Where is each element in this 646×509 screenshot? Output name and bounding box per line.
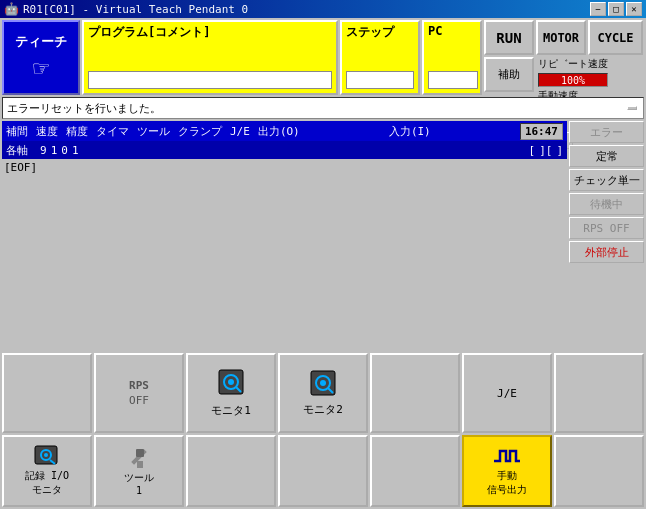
td-1b: 1 — [72, 144, 79, 157]
lv-badge-main — [627, 106, 637, 110]
rps-off-button[interactable]: RPS OFF — [94, 353, 184, 433]
sidebar-external-stop[interactable]: 外部停止 — [569, 241, 644, 263]
bottom2-empty1 — [186, 435, 276, 507]
sidebar-standby[interactable]: 待機中 — [569, 193, 644, 215]
title-bar-icon: 🤖 — [4, 2, 19, 16]
program-inner-box — [88, 71, 332, 89]
th-je: J/E — [230, 125, 250, 138]
title-bar: 🤖 R01[C01] - Virtual Teach Pendant 0 − □… — [0, 0, 646, 18]
run-button[interactable]: RUN — [484, 20, 534, 55]
pc-inner-box — [428, 71, 478, 89]
sidebar-error[interactable]: エラー — [569, 121, 644, 143]
title-bar-text: R01[C01] - Virtual Teach Pendant 0 — [23, 3, 248, 16]
monitor2-icon — [309, 369, 337, 400]
svg-point-8 — [320, 380, 326, 386]
bottom2-empty2 — [278, 435, 368, 507]
manual-signal-label: 手動信号出力 — [487, 469, 527, 497]
cycle-label: CYCLE — [597, 31, 633, 45]
close-button[interactable]: ✕ — [626, 2, 642, 16]
eof-text: [EOF] — [4, 161, 37, 174]
minimize-button[interactable]: − — [590, 2, 606, 16]
step-button[interactable]: ステップ — [340, 20, 420, 95]
th-output: 出力(O) — [258, 124, 300, 139]
th-tool: ツール — [137, 124, 170, 139]
td-bracket-mid: ][ — [539, 144, 552, 157]
cycle-button[interactable]: CYCLE — [588, 20, 643, 55]
bottom-toolbar-row2: 記録 I/Oモニタ ツール1 — [2, 435, 644, 507]
sidebar-check-single[interactable]: チェック単一 — [569, 169, 644, 191]
monitor1-label: モニタ1 — [211, 403, 251, 418]
th-hojo: 補間 — [6, 124, 28, 139]
monitor1-button[interactable]: モニタ1 — [186, 353, 276, 433]
help-button[interactable]: 補助 — [484, 57, 534, 92]
time-display: 16:47 — [520, 123, 563, 140]
th-precision: 精度 — [66, 124, 88, 139]
run-label: RUN — [496, 30, 521, 46]
je-label: J/E — [497, 387, 517, 400]
maximize-button[interactable]: □ — [608, 2, 624, 16]
tool1-label: ツール1 — [124, 471, 154, 496]
motor-label: MOTOR — [543, 31, 579, 45]
rps-off-label: OFF — [129, 394, 149, 407]
speed-label: リピ゛ート速度 — [538, 57, 608, 71]
td-0: 0 — [61, 144, 68, 157]
sidebar-normal[interactable]: 定常 — [569, 145, 644, 167]
pc-button[interactable]: PC — [422, 20, 482, 95]
rps-label: RPS — [129, 379, 149, 392]
step-inner-box — [346, 71, 414, 89]
step-label: ステップ — [346, 24, 394, 41]
pc-label: PC — [428, 24, 442, 38]
record-io-button[interactable]: 記録 I/Oモニタ — [2, 435, 92, 507]
help-label: 補助 — [498, 67, 520, 82]
td-bracket-close: ] — [556, 144, 563, 157]
tool1-button[interactable]: ツール1 — [94, 435, 184, 507]
svg-point-4 — [228, 379, 234, 385]
bottom2-empty3 — [370, 435, 460, 507]
teach-label: ティーチ — [15, 33, 67, 51]
bottom-empty3 — [554, 353, 644, 433]
th-input: 入力(I) — [389, 124, 431, 139]
th-clamp: クランプ — [178, 124, 222, 139]
monitor2-label: モニタ2 — [303, 402, 343, 417]
svg-point-12 — [44, 453, 48, 457]
sidebar-rps-off[interactable]: RPS OFF — [569, 217, 644, 239]
table-data-row: 各軸 9 1 0 1 [ ][ ] — [2, 141, 567, 159]
svg-rect-15 — [136, 449, 144, 457]
teach-hand-icon: ☞ — [33, 53, 49, 83]
td-9: 9 — [40, 144, 47, 157]
td-axis: 各軸 — [6, 143, 28, 158]
motor-button[interactable]: MOTOR — [536, 20, 586, 55]
manual-signal-button[interactable]: 手動信号出力 — [462, 435, 552, 507]
speed-bar: 100% — [538, 73, 608, 87]
svg-rect-16 — [137, 461, 143, 468]
table-header: 補間 速度 精度 タイマ ツール クランプ J/E 出力(O) 入力(I) 16… — [2, 121, 567, 141]
bottom-empty2 — [370, 353, 460, 433]
program-button[interactable]: プログラム[コメント] — [82, 20, 338, 95]
monitor2-button[interactable]: モニタ2 — [278, 353, 368, 433]
th-timer: タイマ — [96, 124, 129, 139]
th-speed: 速度 — [36, 124, 58, 139]
program-label: プログラム[コメント] — [88, 24, 210, 41]
teach-button[interactable]: ティーチ ☞ — [2, 20, 80, 95]
monitor1-icon — [217, 368, 245, 401]
eof-area: [EOF] — [2, 159, 567, 349]
speed-value: 100% — [561, 75, 585, 86]
bottom-toolbar-row1: RPS OFF モニタ1 — [2, 353, 644, 433]
right-sidebar: エラー 定常 チェック単一 待機中 RPS OFF 外部停止 — [569, 121, 644, 349]
bottom-empty1 — [2, 353, 92, 433]
record-io-label: 記録 I/Oモニタ — [25, 469, 69, 497]
td-1a: 1 — [51, 144, 58, 157]
je-button[interactable]: J/E — [462, 353, 552, 433]
td-bracket-open: [ — [529, 144, 536, 157]
status-message: エラーリセットを行いました。 — [7, 101, 161, 116]
bottom2-empty4 — [554, 435, 644, 507]
